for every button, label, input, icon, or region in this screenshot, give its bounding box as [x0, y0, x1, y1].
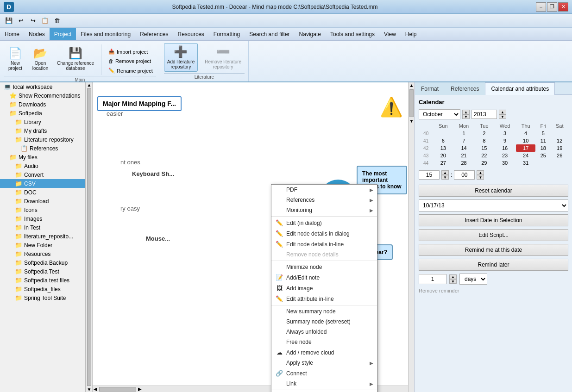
sub-node-ntones[interactable]: nt ones — [120, 159, 140, 166]
year-down-btn[interactable]: ▼ — [499, 114, 506, 119]
calendar-day[interactable]: 19 — [551, 144, 568, 152]
menu-home[interactable]: Home — [0, 28, 24, 40]
calendar-day[interactable]: 15 — [475, 144, 494, 152]
sidebar-item[interactable]: 📋References — [0, 144, 85, 153]
days-up[interactable]: ▲ — [449, 274, 457, 279]
menu-project[interactable]: Project — [50, 28, 76, 40]
calendar-day[interactable]: 4 — [516, 130, 535, 137]
calendar-day[interactable]: 31 — [516, 159, 535, 167]
sidebar-item[interactable]: 📁Icons — [0, 205, 85, 214]
min-up[interactable]: ▲ — [477, 170, 484, 175]
context-menu-item[interactable]: 📝Add/Edit note — [271, 272, 377, 283]
calendar-day[interactable]: 5 — [535, 130, 551, 137]
calendar-day[interactable]: 17 — [516, 144, 535, 152]
sidebar-item[interactable]: 📁My files — [0, 153, 85, 162]
context-menu-item[interactable]: ☁Add / remove cloud — [271, 347, 377, 358]
calendar-day[interactable]: 6 — [433, 137, 453, 144]
menu-references[interactable]: References — [135, 28, 173, 40]
canvas-scrollbar-v[interactable]: ▲ ▼ — [408, 82, 415, 392]
menu-files[interactable]: Files and monitoring — [76, 28, 135, 40]
calendar-day[interactable]: 27 — [433, 159, 453, 167]
calendar-day[interactable]: 30 — [494, 159, 516, 167]
sidebar-item[interactable]: 📁Downloads — [0, 100, 85, 109]
year-spin[interactable]: ▲ ▼ — [499, 110, 506, 119]
days-unit-select[interactable]: days — [459, 274, 487, 285]
context-menu-item[interactable]: 🖼Add image — [271, 283, 377, 293]
month-up-btn[interactable]: ▲ — [462, 110, 470, 114]
time-hour-input[interactable] — [419, 170, 440, 180]
calendar-day[interactable]: 21 — [453, 152, 474, 159]
menu-resources[interactable]: Resources — [173, 28, 209, 40]
edit-script-btn[interactable]: Edit Script... — [419, 229, 568, 241]
sub-node-ryeasy[interactable]: ry easy — [120, 205, 140, 212]
sidebar-item[interactable]: 📁Literature repository — [0, 135, 85, 144]
sidebar-item[interactable]: 💻local workspace — [0, 82, 85, 91]
context-menu-item[interactable]: Apply style▶ — [271, 358, 377, 368]
ribbon-add-literature[interactable]: ➕ Add literaturerepository — [164, 43, 198, 72]
context-menu-item[interactable]: Link▶ — [271, 379, 377, 389]
sidebar-item[interactable]: 📁Softpedia — [0, 109, 85, 118]
month-select[interactable]: October — [419, 109, 460, 119]
sidebar-item[interactable]: 📁Softpedia Test — [0, 267, 85, 276]
time-minute-input[interactable] — [454, 170, 475, 180]
calendar-day[interactable]: 23 — [494, 152, 516, 159]
menu-help[interactable]: Help — [401, 28, 421, 40]
sidebar-item[interactable]: 📁Convert — [0, 170, 85, 179]
context-menu-item[interactable]: Summary node (set/reset) — [271, 317, 377, 327]
context-menu-item[interactable]: ✏️Edit (in dialog) — [271, 218, 377, 228]
calendar-day[interactable]: 13 — [433, 144, 453, 152]
hour-down[interactable]: ▼ — [441, 175, 449, 180]
remind-later-btn[interactable]: Remind later — [419, 259, 568, 271]
tab-calendar[interactable]: Calendar and attributes — [485, 82, 555, 95]
sidebar-item[interactable]: 📁Library — [0, 118, 85, 126]
days-spin[interactable]: ▲ ▼ — [449, 274, 457, 284]
close-button[interactable]: ✕ — [558, 2, 568, 12]
calendar-day[interactable]: 20 — [433, 152, 453, 159]
sub-node-easier[interactable]: easier — [107, 110, 123, 117]
month-spin[interactable]: ▲ ▼ — [462, 110, 470, 119]
ribbon-rename-project[interactable]: ✏️ Rename project — [105, 66, 156, 75]
calendar-day[interactable]: 9 — [494, 137, 516, 144]
sidebar-item[interactable]: 📁Audio — [0, 162, 85, 170]
sidebar-item[interactable]: 📁Resources — [0, 249, 85, 258]
menu-view[interactable]: View — [379, 28, 401, 40]
year-up-btn[interactable]: ▲ — [499, 110, 506, 114]
calendar-day[interactable]: 3 — [494, 130, 516, 137]
calendar-day[interactable]: 7 — [453, 137, 474, 144]
calendar-day[interactable]: 29 — [475, 159, 494, 167]
calendar-day[interactable]: 26 — [551, 152, 568, 159]
calendar-day[interactable]: 16 — [494, 144, 516, 152]
ribbon-open-location[interactable]: 📂 Openlocation — [29, 44, 52, 73]
year-input[interactable] — [471, 110, 497, 119]
menu-tools[interactable]: Tools and settings — [326, 28, 379, 40]
calendar-day[interactable]: 28 — [453, 159, 474, 167]
context-menu-item[interactable]: 🔗Connect — [271, 368, 377, 379]
calendar-day[interactable]: 18 — [535, 144, 551, 152]
calendar-day[interactable]: 8 — [475, 137, 494, 144]
ribbon-change-ref-db[interactable]: 💾 Change referencedatabase — [54, 44, 97, 73]
sidebar-item[interactable]: ⭐Show Recommendations — [0, 91, 85, 100]
minimize-button[interactable]: − — [536, 2, 546, 12]
context-menu-item[interactable]: New summary node — [271, 306, 377, 317]
context-menu-item[interactable]: ✏️Edit node details in-line — [271, 239, 377, 249]
sidebar-item[interactable]: 📁Spring Tool Suite — [0, 293, 85, 302]
calendar-day[interactable]: 10 — [516, 137, 535, 144]
menu-navigate[interactable]: Navigate — [295, 28, 326, 40]
context-menu-item[interactable]: Minimize node — [271, 262, 377, 272]
time-min-spin[interactable]: ▲ ▼ — [477, 170, 484, 180]
calendar-day[interactable]: 11 — [535, 137, 551, 144]
context-menu-item[interactable]: ✏️Edit node details in dialog — [271, 228, 377, 239]
sidebar-item[interactable]: 📁Softpedia test files — [0, 276, 85, 285]
calendar-day[interactable]: 2 — [475, 130, 494, 137]
month-down-btn[interactable]: ▼ — [462, 114, 470, 119]
qa-new-btn[interactable]: 🗑 — [52, 16, 62, 26]
context-menu-item[interactable]: ✏️Edit attribute in-line — [271, 293, 377, 304]
time-hour-spin[interactable]: ▲ ▼ — [441, 170, 449, 180]
tab-format[interactable]: Format — [415, 82, 445, 95]
mouse-node[interactable]: Mouse... — [146, 235, 170, 242]
menu-search[interactable]: Search and filter — [245, 28, 294, 40]
calendar-day[interactable]: 25 — [535, 152, 551, 159]
sidebar-item[interactable]: 📁CSV — [0, 179, 85, 188]
sidebar-item[interactable]: 📁DOC — [0, 188, 85, 197]
sidebar-item[interactable]: 📁Softpedia Backup — [0, 258, 85, 267]
